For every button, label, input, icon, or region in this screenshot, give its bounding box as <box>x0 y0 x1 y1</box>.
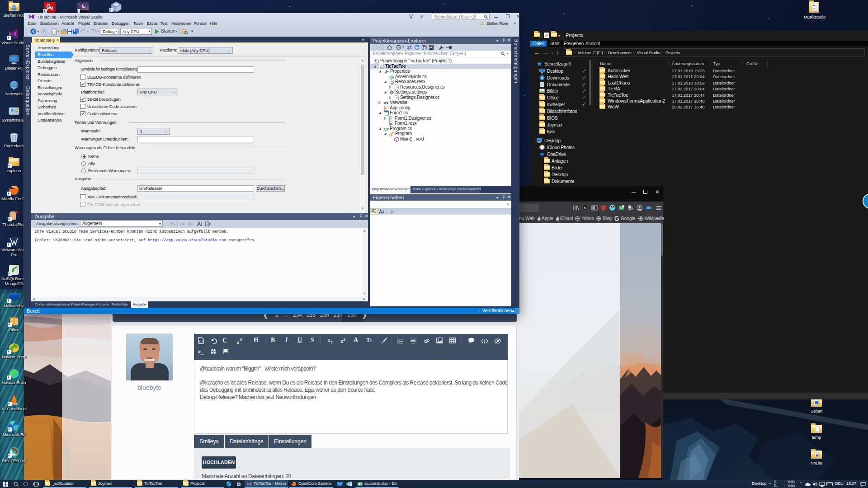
svg-text:X: X <box>358 483 360 486</box>
svg-text:C#: C# <box>384 127 389 131</box>
svg-text:C: C <box>380 65 383 69</box>
svg-text:C#: C# <box>389 75 394 80</box>
